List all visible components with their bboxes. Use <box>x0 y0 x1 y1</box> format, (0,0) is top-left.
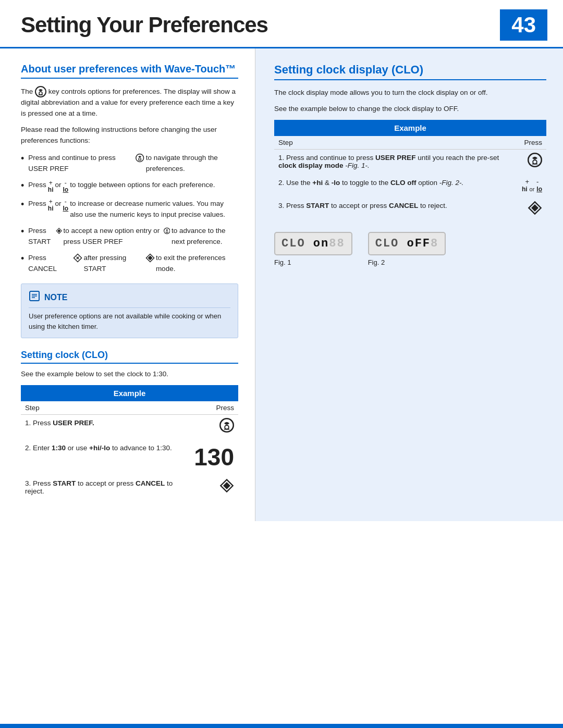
page-header: Setting Your Preferences 43 <box>0 0 563 48</box>
clock-heading: Setting clock (CLO) <box>21 350 238 364</box>
start-icon-b5 <box>145 253 155 263</box>
main-content: About user preferences with Wave-Touch™ … <box>0 48 563 521</box>
start-icon-clo3 <box>528 201 542 215</box>
clock-step-1-text: 1. Press USER PREF. <box>21 415 190 440</box>
clo-example-table: Example Step Press 1. Press and continue… <box>274 120 546 223</box>
svg-marker-29 <box>531 204 538 212</box>
bottom-bar <box>0 724 563 728</box>
clo-example-header: Example <box>274 120 546 136</box>
lcd-figures: CLO on88 Fig. 1 CLO oFF8 Fig. 2 <box>274 232 546 266</box>
note-icon <box>29 290 40 304</box>
clo-col-step: Step <box>274 136 518 150</box>
left-column: About user preferences with Wave-Touch™ … <box>0 48 255 521</box>
note-text: User preference options are not availabl… <box>29 311 230 331</box>
clo-col-header-row: Step Press <box>274 136 546 150</box>
cancel-icon-b5 <box>73 253 82 263</box>
clo-step-1-text: 1. Press and continue to press USER PREF… <box>274 149 518 175</box>
note-box: NOTE User preference options are not ava… <box>21 283 238 338</box>
large-130: 130 <box>194 443 234 471</box>
user-pref-icon-clo1 <box>528 153 542 167</box>
clo-step-1: 1. Press and continue to press USER PREF… <box>274 149 546 175</box>
user-pref-icon-inline <box>35 86 46 97</box>
about-heading: About user preferences with Wave-Touch™ <box>21 63 238 79</box>
bullet-item-4: Press START to accept a new option entry… <box>21 226 238 248</box>
bullet-item-1: Press and continue to press USER PREF to… <box>21 153 238 175</box>
clo-heading: Setting clock display (CLO) <box>274 63 546 80</box>
clo-col-press: Press <box>518 136 546 150</box>
start-icon-s3 <box>219 478 234 493</box>
svg-point-4 <box>139 158 141 160</box>
svg-point-9 <box>166 231 167 232</box>
clo-step-2-icon: + - hi or lo <box>518 175 546 198</box>
note-header: NOTE <box>29 290 230 308</box>
col-step-label: Step <box>21 401 190 415</box>
example-header-cell: Example <box>21 385 238 401</box>
clo-para1: The clock display mode allows you to tur… <box>274 88 546 98</box>
page-title: Setting Your Preferences <box>21 13 268 38</box>
start-icon-b4 <box>56 226 63 236</box>
clo-step-2: 2. Use the +hi & -lo to toggle to the CL… <box>274 175 546 198</box>
clock-step-3: 3. Press START to accept or press CANCEL… <box>21 475 238 500</box>
clock-intro: See the example below to set the clock t… <box>21 369 238 380</box>
fig-1-display: CLO on88 <box>274 232 352 255</box>
about-para2: Please read the following instructions b… <box>21 125 238 146</box>
note-label: NOTE <box>44 293 67 302</box>
clock-example-table: Example Step Press 1. Press USER PREF. <box>21 385 238 500</box>
user-pref-icon-b4 <box>164 226 170 236</box>
clock-step-3-text: 3. Press START to accept or press CANCEL… <box>21 475 190 500</box>
clo-step-3-icon <box>518 198 546 223</box>
right-column: Setting clock display (CLO) The clock di… <box>255 48 563 521</box>
col-press-label: Press <box>190 401 238 415</box>
svg-marker-7 <box>57 229 60 232</box>
page-number: 43 <box>500 9 547 41</box>
table-header-row: Example <box>21 385 238 401</box>
svg-point-21 <box>225 425 229 429</box>
col-header-row: Step Press <box>21 401 238 415</box>
clock-step-1-icon <box>190 415 238 440</box>
svg-point-1 <box>39 92 42 95</box>
bullet-item-2: Press + hi or - lo to toggle between opt… <box>21 180 238 193</box>
bullet-list: Press and continue to press USER PREF to… <box>21 153 238 275</box>
clock-step-2-text: 2. Enter 1:30 or use +hi/-lo to advance … <box>21 440 190 475</box>
bullet-item-5: Press CANCEL after pressing START to exi… <box>21 253 238 275</box>
bullet-item-3: Press + hi or - lo to increase or decrea… <box>21 199 238 220</box>
about-para1: The key controls options for preferences… <box>21 86 238 119</box>
fig-2: CLO oFF8 Fig. 2 <box>368 232 446 266</box>
clo-step-1-icon <box>518 149 546 175</box>
clock-step-3-icon <box>190 475 238 500</box>
fig-2-label: Fig. 2 <box>368 258 385 266</box>
svg-point-26 <box>533 160 537 164</box>
clo-step-2-text: 2. Use the +hi & -lo to toggle to the CL… <box>274 175 518 198</box>
svg-marker-24 <box>223 482 230 489</box>
clo-para2: See the example below to change the cloc… <box>274 104 546 115</box>
fig-1-label: Fig. 1 <box>274 258 291 266</box>
fig-2-display: CLO oFF8 <box>368 232 446 255</box>
clo-step-3-text: 3. Press START to accept or press CANCEL… <box>274 198 518 223</box>
svg-marker-15 <box>148 255 152 260</box>
user-pref-icon-s1 <box>219 418 234 433</box>
clock-step-2: 2. Enter 1:30 or use +hi/-lo to advance … <box>21 440 238 475</box>
user-pref-icon-b1 <box>136 153 144 163</box>
clock-step-1: 1. Press USER PREF. <box>21 415 238 440</box>
clo-step-3: 3. Press START to accept or press CANCEL… <box>274 198 546 223</box>
clock-step-2-icon: 130 <box>190 440 238 475</box>
clo-table-header-row: Example <box>274 120 546 136</box>
fig-1: CLO on88 Fig. 1 <box>274 232 352 266</box>
